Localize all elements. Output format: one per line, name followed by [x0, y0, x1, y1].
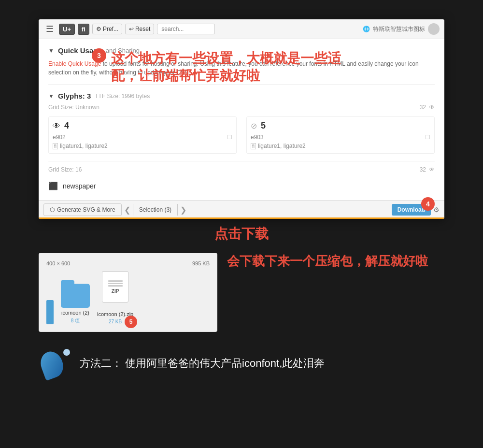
copy-icon-1[interactable]: ☐	[227, 134, 232, 141]
fi-badge-1: fi	[53, 143, 58, 149]
iconfont-logo	[39, 347, 72, 380]
glyph-item-2: ⊘ 5 e903 ☐ fi ligature1, ligature2	[246, 116, 435, 154]
right-arrow[interactable]: ❯	[178, 205, 189, 215]
zip-icon: ZIP	[102, 271, 128, 303]
glyph-1-code: e902	[53, 134, 66, 141]
gear-small-icon: ⚙	[96, 26, 101, 32]
annotation-1: 这个地方有一些设置，大概就是一些适 配，让前端帮忙弄就好啦	[111, 50, 341, 85]
avatar[interactable]	[428, 23, 440, 35]
folder-icon	[61, 284, 90, 308]
method-2-text: 方法二： 使用阿里爸爸的伟大产品iconfont,此处泪奔	[80, 356, 325, 371]
size-label: 995 KB	[192, 260, 210, 266]
selection-label: Selection (3)	[133, 204, 178, 216]
grid-size-16-label: Grid Size: 16	[48, 166, 82, 173]
glyph-2-eye-icon: ⊘	[251, 121, 257, 130]
zip-size: 27 KB	[109, 319, 122, 324]
grid-size-16-section: Grid Size: 16 32 👁 ⬛ newspaper	[48, 161, 435, 193]
step-4-badge: 4	[421, 197, 435, 211]
toolbar: ☰ U+ fi ⚙ Pref... ↩ Reset 🌐 特斯联智慧城市图标	[39, 19, 444, 39]
reset-icon: ↩	[129, 26, 134, 32]
settings-gear-icon[interactable]: ⚙	[433, 206, 440, 214]
folder-label: icomoon (2)	[61, 310, 89, 316]
zip-item[interactable]: ZIP 5 icomoon (2).zip 27 KB	[97, 271, 133, 324]
partial-rect	[46, 300, 54, 324]
enable-quick-usage-link[interactable]: Enable Quick Usage	[48, 60, 101, 67]
generate-svg-button[interactable]: ⬡ Generate SVG & More	[43, 203, 122, 216]
newspaper-label: newspaper	[63, 182, 96, 190]
file-browser-top: 400 × 600 995 KB	[46, 260, 210, 266]
bottom-toolbar: ⬡ Generate SVG & More ❮ Selection (3) ❯ …	[39, 200, 444, 219]
glyph-item-1: 👁 4 e902 ☐ fi ligature1, ligature2	[48, 116, 237, 154]
folder-item[interactable]: icomoon (2) 8 项	[61, 284, 90, 324]
icon-fi-button[interactable]: fi	[78, 24, 89, 35]
step-5-badge: 5	[125, 316, 137, 328]
glyphs-title: Glyphs: 3	[58, 92, 91, 100]
eye-icon-grid[interactable]: 👁	[429, 104, 435, 111]
pref-button[interactable]: ⚙ Pref...	[92, 24, 122, 34]
glyph-2-ligatures: ligature1, ligature2	[258, 143, 306, 149]
progress-bar	[39, 217, 444, 219]
grid-info-16: Grid Size: 16 32 👁	[48, 166, 435, 173]
dimensions-label: 400 × 600	[46, 260, 70, 266]
bottom-section: 方法二： 使用阿里爸爸的伟大产品iconfont,此处泪奔	[0, 347, 483, 380]
generate-icon: ⬡	[50, 206, 55, 213]
glyphs-chevron-icon[interactable]: ▼	[48, 93, 54, 100]
grid-size-unknown-label: Grid Size: Unknown	[48, 104, 99, 111]
annotation-2: 点击下载	[0, 225, 483, 243]
grid-size-16-value: 32	[420, 166, 426, 173]
glyph-1-eye-icon: 👁	[53, 122, 60, 130]
glyph-1-ligatures: ligature1, ligature2	[60, 143, 108, 149]
folder-sub: 8 项	[71, 318, 80, 324]
annotation-3: 会下载下来一个压缩包，解压就好啦	[227, 253, 428, 270]
step-3-number: 3	[97, 52, 101, 59]
glyphs-ttf-size: TTF Size: 1996 bytes	[95, 93, 150, 100]
site-icon: 🌐	[363, 26, 370, 32]
grid-info-unknown: Grid Size: Unknown 32 👁	[48, 104, 435, 111]
file-section: 400 × 600 995 KB icomoon (2) 8 项	[0, 253, 483, 332]
file-items: icomoon (2) 8 项 ZIP 5	[46, 271, 210, 324]
search-input[interactable]	[157, 24, 215, 34]
logo-dot	[63, 349, 70, 356]
fi-badge-2: fi	[251, 143, 256, 149]
icon-u-button[interactable]: U+	[59, 24, 75, 35]
step-3-badge: 3	[92, 48, 106, 63]
newspaper-icon: ⬛	[48, 181, 58, 190]
copy-icon-2[interactable]: ☐	[425, 134, 430, 141]
reset-button[interactable]: ↩ Reset	[125, 24, 154, 34]
newspaper-item: ⬛ newspaper	[48, 179, 435, 193]
file-browser: 400 × 600 995 KB icomoon (2) 8 项	[39, 253, 217, 332]
left-arrow[interactable]: ❮	[122, 205, 133, 215]
glyphs-header: ▼ Glyphs: 3 TTF Size: 1996 bytes	[48, 84, 435, 100]
glyph-1-number: 4	[64, 121, 69, 131]
site-name: 特斯联智慧城市图标	[373, 25, 425, 33]
glyph-2-code: e903	[251, 134, 264, 141]
chevron-icon[interactable]: ▼	[48, 47, 54, 54]
glyphs-row: 👁 4 e902 ☐ fi ligature1, ligature2	[48, 116, 435, 154]
glyph-2-number: 5	[261, 121, 266, 131]
grid-size-value: 32	[420, 104, 426, 111]
menu-button[interactable]: ☰	[43, 24, 56, 34]
toolbar-right: 🌐 特斯联智慧城市图标	[363, 23, 440, 35]
logo-teardrop	[37, 348, 67, 381]
eye-icon-16[interactable]: 👁	[429, 166, 435, 173]
